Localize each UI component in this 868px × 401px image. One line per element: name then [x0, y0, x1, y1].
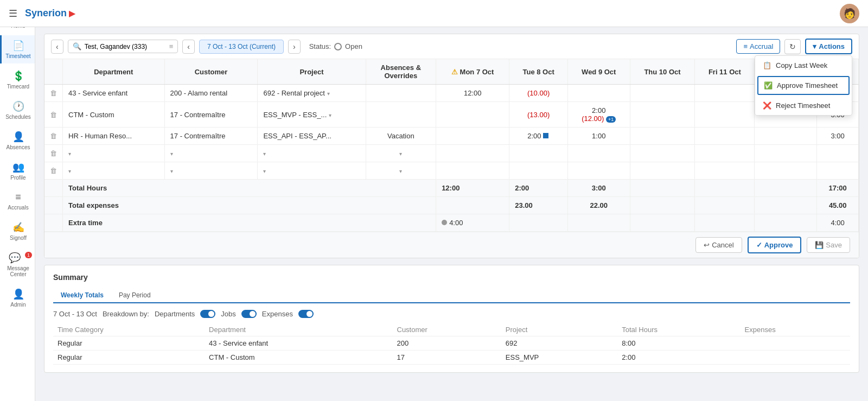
nav-arrow-left-button[interactable]: ‹ — [182, 40, 195, 54]
approve-check-icon: ✓ — [756, 241, 762, 249]
customer-cell: 17 - Contremaître — [164, 128, 258, 145]
col-wed: Wed 9 Oct — [567, 59, 630, 85]
reject-timesheet-item[interactable]: ❌ Reject Timesheet — [755, 96, 852, 115]
mon-cell[interactable] — [436, 128, 509, 145]
dept-cell: 43 - Service enfant — [63, 85, 165, 102]
customer-cell[interactable]: ▾ — [164, 162, 258, 180]
fri-cell[interactable] — [695, 128, 755, 145]
wed-cell[interactable]: 1:00 — [567, 128, 630, 145]
thu-cell[interactable] — [630, 128, 695, 145]
accrual-button[interactable]: ≡ Accrual — [736, 39, 780, 54]
summary-row: Regular CTM - Custom 17 ESS_MVP 2:00 — [53, 351, 850, 365]
departments-toggle[interactable] — [200, 310, 215, 318]
dropdown-icon[interactable]: ▾ — [327, 91, 330, 97]
cancel-label: Cancel — [712, 241, 733, 249]
summary-date-range: 7 Oct - 13 Oct — [53, 310, 97, 318]
status-label: Status: — [309, 42, 331, 50]
timesheet-icon: 📄 — [12, 40, 24, 52]
sidebar-item-timecard[interactable]: 💲 Timecard — [0, 66, 35, 94]
total-sat — [755, 180, 817, 197]
absences-cell[interactable]: ▾ — [366, 162, 436, 180]
refresh-button[interactable]: ↻ — [784, 39, 801, 54]
cancel-icon: ↩ — [704, 241, 710, 249]
sidebar-item-signoff[interactable]: ✍ Signoff — [0, 217, 35, 245]
topbar: ☰ Synerion ▶ 🧑 — [0, 0, 868, 27]
sidebar-item-absences[interactable]: 👤 Absences — [0, 126, 35, 155]
total-tue: 2:00 — [509, 180, 568, 197]
sidebar-item-accruals[interactable]: ≡ Accruals — [0, 187, 35, 215]
sum-expenses — [741, 351, 850, 365]
tue-cell[interactable]: (10.00) — [509, 85, 568, 102]
extra-time-row: Extra time 4:00 4:00 — [44, 214, 859, 232]
col-fri: Fri 11 Oct — [695, 59, 755, 85]
sidebar-item-label: Timecard — [7, 84, 29, 90]
nav-prev-button[interactable]: ‹ — [51, 40, 63, 54]
wed-cell[interactable]: 2:00(12.00) +1 — [567, 102, 630, 128]
sum-project: 692 — [501, 336, 617, 351]
sidebar-item-admin[interactable]: 👤 Admin — [0, 284, 35, 312]
delete-icon[interactable]: 🗑 — [50, 149, 57, 157]
table-row: 🗑 43 - Service enfant 200 - Alamo rental… — [44, 85, 859, 102]
sidebar-item-profile[interactable]: 👥 Profile — [0, 157, 35, 185]
col-absences: Absences &Overrides — [366, 59, 436, 85]
avatar[interactable]: 🧑 — [840, 4, 859, 23]
approve-button[interactable]: ✓ Approve — [748, 237, 802, 253]
date-range-button[interactable]: 7 Oct - 13 Oct (Current) — [199, 40, 284, 54]
sat-cell[interactable] — [755, 128, 817, 145]
actions-dropdown: 📋 Copy Last Week ✅ Approve Timesheet ❌ R… — [755, 55, 852, 116]
copy-last-week-label: Copy Last Week — [776, 61, 827, 69]
dept-cell[interactable]: ▾ — [63, 145, 165, 162]
mon-cell[interactable]: 12:00 — [436, 85, 509, 102]
save-button[interactable]: 💾 Save — [807, 237, 850, 253]
sidebar-item-message-center[interactable]: 💬1 Message Center — [0, 247, 35, 282]
tab-weekly-totals[interactable]: Weekly Totals — [53, 288, 111, 303]
customer-cell[interactable]: ▾ — [164, 145, 258, 162]
thu-cell[interactable] — [630, 102, 695, 128]
wed-cell[interactable] — [567, 85, 630, 102]
sum-col-dept: Department — [205, 323, 392, 336]
absences-cell — [366, 102, 436, 128]
project-cell[interactable]: ▾ — [258, 145, 366, 162]
app-logo: ☰ Synerion ▶ — [9, 8, 75, 20]
dept-cell[interactable]: ▾ — [63, 162, 165, 180]
sidebar-item-timesheet[interactable]: 📄 Timesheet — [0, 35, 35, 63]
expenses-toggle[interactable] — [298, 310, 314, 318]
nav-arrow-right-button[interactable]: › — [288, 40, 301, 54]
total-thu — [630, 180, 695, 197]
sum-hours: 2:00 — [617, 351, 740, 365]
summary-tabs: Weekly Totals Pay Period — [53, 288, 850, 303]
dropdown-icon[interactable]: ▾ — [329, 112, 331, 118]
sidebar-item-schedules[interactable]: 🕐 Schedules — [0, 96, 35, 124]
tab-pay-period[interactable]: Pay Period — [111, 288, 158, 303]
col-thu: Thu 10 Oct — [630, 59, 695, 85]
sun-cell[interactable]: 3:00 — [817, 128, 859, 145]
filter-icon[interactable]: ≡ — [169, 42, 174, 50]
actions-button[interactable]: ▾ Actions — [805, 39, 852, 54]
reject-icon: ❌ — [763, 101, 771, 110]
fri-cell[interactable] — [695, 102, 755, 128]
thu-cell[interactable] — [630, 85, 695, 102]
menu-icon[interactable]: ☰ — [9, 8, 17, 20]
sidebar-item-label: Profile — [10, 175, 25, 181]
sum-hours: 8:00 — [617, 336, 740, 351]
project-cell[interactable]: ▾ — [258, 162, 366, 180]
delete-icon[interactable]: 🗑 — [50, 111, 57, 119]
project-cell: 692 - Rental project ▾ — [258, 85, 366, 102]
cancel-button[interactable]: ↩ Cancel — [695, 237, 742, 253]
search-input[interactable] — [85, 43, 166, 50]
copy-last-week-item[interactable]: 📋 Copy Last Week — [755, 56, 852, 75]
delete-icon[interactable]: 🗑 — [50, 167, 57, 175]
delete-icon[interactable]: 🗑 — [50, 89, 57, 97]
tue-cell[interactable]: (13.00) — [509, 102, 568, 128]
approve-timesheet-item[interactable]: ✅ Approve Timesheet — [757, 76, 850, 95]
dept-cell: HR - Human Reso... — [63, 128, 165, 145]
fri-cell[interactable] — [695, 85, 755, 102]
status-dot-icon — [334, 43, 342, 50]
mon-cell[interactable] — [436, 102, 509, 128]
tue-cell[interactable]: 2:00 — [509, 128, 568, 145]
jobs-toggle[interactable] — [241, 310, 257, 318]
absences-cell[interactable]: ▾ — [366, 145, 436, 162]
total-hours-label: Total Hours — [63, 180, 436, 197]
delete-icon[interactable]: 🗑 — [50, 132, 57, 140]
jobs-filter-label: Jobs — [221, 310, 235, 318]
